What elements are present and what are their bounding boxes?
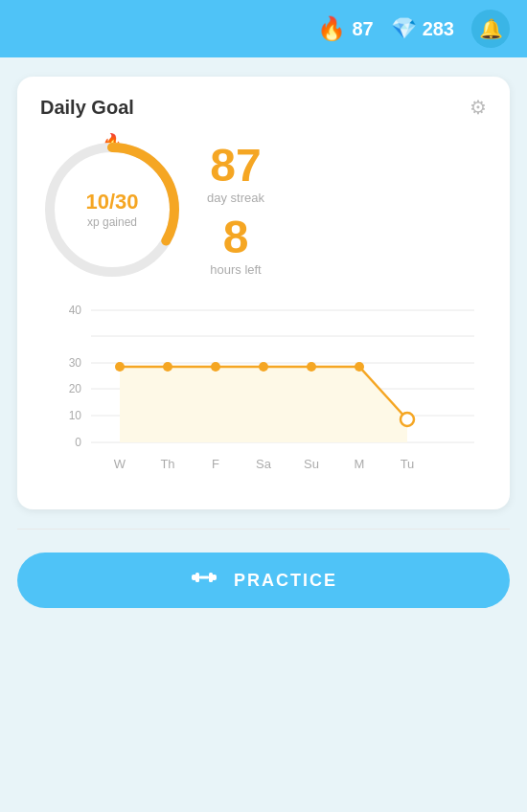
hours-big: 8	[207, 214, 264, 260]
notifications-button[interactable]: 🔔	[471, 10, 510, 48]
daily-goal-card: Daily Goal ⚙ 🔥 10/30 xp gained	[17, 77, 510, 509]
xp-circle: 🔥 10/30 xp gained	[40, 138, 184, 282]
chart-container: 40 30 20 10 0 W	[40, 282, 487, 486]
svg-text:Sa: Sa	[256, 457, 272, 471]
svg-text:Su: Su	[304, 457, 319, 471]
hours-block: 8 hours left	[207, 214, 264, 277]
streak-value: 87	[352, 18, 373, 40]
svg-rect-24	[199, 576, 209, 579]
streak-block: 87 day streak	[207, 143, 264, 205]
chart-dot-m	[355, 362, 364, 372]
streak-stat: 🔥 87	[317, 15, 373, 42]
hours-sub: hours left	[207, 262, 264, 277]
streak-big: 87	[207, 143, 264, 189]
chart-dot-sa	[259, 362, 268, 372]
practice-icon	[190, 563, 218, 598]
chart-dot-tu	[401, 413, 414, 426]
card-header: Daily Goal ⚙	[40, 96, 487, 119]
streak-sub: day streak	[207, 191, 264, 205]
settings-button[interactable]: ⚙	[470, 96, 487, 119]
practice-label: PRACTICE	[234, 571, 337, 591]
svg-text:F: F	[212, 457, 219, 471]
right-stats: 87 day streak 8 hours left	[207, 143, 264, 277]
main-content: Daily Goal ⚙ 🔥 10/30 xp gained	[0, 57, 527, 627]
xp-display: 10/30	[85, 191, 138, 214]
svg-text:20: 20	[69, 382, 82, 395]
chart-dot-su	[307, 362, 316, 372]
bell-icon: 🔔	[479, 17, 503, 40]
svg-text:M: M	[355, 457, 365, 471]
gems-stat: 💎 283	[391, 16, 454, 41]
gear-icon: ⚙	[470, 97, 487, 118]
gems-value: 283	[423, 18, 454, 40]
chart-area	[120, 367, 407, 442]
card-title: Daily Goal	[40, 97, 134, 119]
svg-rect-23	[209, 573, 213, 582]
svg-text:40: 40	[69, 304, 82, 317]
svg-text:W: W	[114, 457, 126, 471]
svg-text:Th: Th	[160, 457, 174, 471]
circle-inner: 10/30 xp gained	[40, 138, 184, 282]
divider	[17, 529, 510, 530]
xp-label: xp gained	[87, 215, 137, 229]
gem-icon: 💎	[391, 16, 417, 41]
chart-dot-th	[163, 362, 172, 372]
svg-rect-22	[195, 573, 199, 582]
fire-icon: 🔥	[317, 15, 346, 42]
svg-text:0: 0	[75, 436, 81, 449]
practice-button[interactable]: PRACTICE	[17, 553, 510, 608]
chart-dot-w	[115, 362, 125, 372]
top-bar: 🔥 87 💎 283 🔔	[0, 0, 527, 57]
chart-dot-f	[211, 362, 220, 372]
stats-row: 🔥 10/30 xp gained 87 day streak 8	[40, 138, 487, 282]
svg-text:Tu: Tu	[401, 457, 415, 471]
svg-text:10: 10	[69, 409, 82, 422]
svg-text:30: 30	[69, 356, 82, 370]
xp-chart: 40 30 20 10 0 W	[40, 291, 487, 483]
